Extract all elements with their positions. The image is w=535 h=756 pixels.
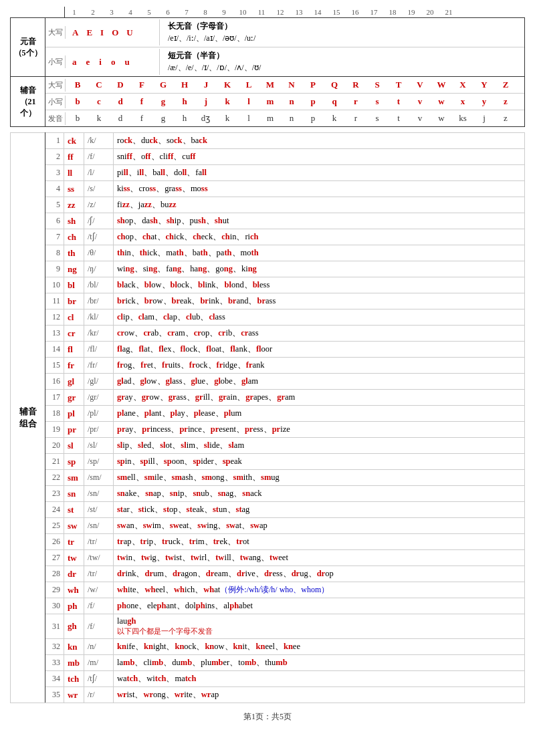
combo-row: 31gh/f/ laugh 以下四个都是一个字母不发音 bbox=[11, 614, 525, 639]
combo-row: 11br/br/brick、brow、break、brink、brand、bra… bbox=[11, 293, 525, 309]
combo-ipa: /sn/ bbox=[84, 486, 114, 502]
combo-ipa: /ʃ/ bbox=[84, 213, 114, 229]
combo-ipa: /tʃ/ bbox=[84, 671, 114, 687]
combo-ipa: /sn/ bbox=[84, 518, 114, 534]
combo-row: 9ng/ŋ/wing、sing、fang、hang、gong、king bbox=[11, 261, 525, 277]
combo-words: knife、knight、knock、know、knit、kneel、knee bbox=[114, 639, 525, 655]
combo-row: 5zz/z/fizz、jazz、buzz bbox=[11, 197, 525, 213]
combo-number: 24 bbox=[45, 502, 64, 518]
wh-exception: （例外:/wh/读/h/ who、whom） bbox=[220, 585, 329, 594]
combo-ipa: /w/ bbox=[84, 582, 114, 598]
combo-letters: sl bbox=[64, 438, 84, 454]
combo-number: 26 bbox=[45, 534, 64, 550]
combo-words: frog、fret、fruits、frock、fridge、frank bbox=[114, 358, 525, 374]
combo-row: 8th/θ/thin、thick、math、bath、path、moth bbox=[11, 245, 525, 261]
vowel-lc-e: e bbox=[86, 57, 90, 68]
combo-ipa: /f/ bbox=[84, 614, 114, 639]
combo-words: fizz、jazz、buzz bbox=[114, 197, 525, 213]
combo-row: 17gr/gr/gray、grow、grass、grill、grain、grap… bbox=[11, 390, 525, 406]
combo-words: plane、plant、play、please、plum bbox=[114, 406, 525, 422]
combo-ipa: /θ/ bbox=[84, 245, 114, 261]
combo-row: 35wr/r/wrist、wrong、write、wrap bbox=[11, 687, 525, 703]
combo-letters: fr bbox=[64, 358, 84, 374]
combo-row: 33mb/m/lamb、climb、dumb、plumber、tomb、thum… bbox=[11, 655, 525, 671]
vowel-lc-i: i bbox=[99, 57, 102, 68]
combo-letters: dr bbox=[64, 566, 84, 582]
vowel-lc-a: a bbox=[72, 57, 77, 68]
combo-row: 25sw/sn/swan、swim、sweat、swing、swat、swap bbox=[11, 518, 525, 534]
combo-row: 4ss/s/kiss、cross、grass、moss bbox=[11, 181, 525, 197]
long-vowel-label: 长无音（字母音） bbox=[168, 21, 255, 32]
consonant-uppercase-sublabel: 大写 bbox=[45, 79, 66, 92]
combo-letters: tw bbox=[64, 550, 84, 566]
combo-words: phone、elephant、dolphins、alphabet bbox=[114, 598, 525, 614]
combo-ipa: /bl/ bbox=[84, 277, 114, 293]
vowel-lc-o: o bbox=[111, 57, 116, 68]
combo-number: 2 bbox=[45, 149, 64, 165]
combo-row: 15fr/fr/frog、fret、fruits、frock、fridge、fr… bbox=[11, 358, 525, 374]
combo-words: swan、swim、sweat、swing、swat、swap bbox=[114, 518, 525, 534]
combos-section-label: 辅音组合 bbox=[11, 133, 45, 703]
combo-row: 12cl/kl/clip、clam、clap、club、class bbox=[11, 309, 525, 326]
consonant-section: 辅音（21个） 大写 BCDFGHJKLMNPQRSTVWXYZ 小写 bcdf… bbox=[10, 77, 525, 127]
combo-words: kiss、cross、grass、moss bbox=[114, 181, 525, 197]
combo-ipa: /gl/ bbox=[84, 374, 114, 390]
combo-number: 8 bbox=[45, 245, 64, 261]
combo-letters: pr bbox=[64, 422, 84, 438]
vowel-uppercase-label: 大写 bbox=[45, 26, 66, 39]
combo-words: wrist、wrong、write、wrap bbox=[114, 687, 525, 703]
consonant-lowercase-letters: bcdfghjklmnpqrstvwxyz bbox=[66, 95, 518, 108]
vowel-letter-E: E bbox=[86, 27, 92, 38]
combo-number: 1 bbox=[45, 133, 64, 149]
combo-row: 21sp/sp/spin、spill、spoon、spider、speak bbox=[11, 454, 525, 470]
combo-row: 29wh/w/ white、wheel、which、what（例外:/wh/读/… bbox=[11, 582, 525, 598]
combo-letters: sw bbox=[64, 518, 84, 534]
combo-letters: mb bbox=[64, 655, 84, 671]
combo-row: 10bl/bl/black、blow、block、blink、blond、ble… bbox=[11, 277, 525, 293]
combo-words: trap、trip、truck、trim、trek、trot bbox=[114, 534, 525, 550]
combo-row: 22sm/sm/smell、smile、smash、smong、smith、sm… bbox=[11, 470, 525, 486]
combo-number: 9 bbox=[45, 261, 64, 277]
combo-ipa: /sm/ bbox=[84, 470, 114, 486]
vowel-lowercase-letters: a e i o u bbox=[66, 55, 159, 69]
combo-row: 6sh/ʃ/shop、dash、ship、push、shut bbox=[11, 213, 525, 229]
combo-letters: gr bbox=[64, 390, 84, 406]
page-footer: 第1页：共5页 bbox=[10, 711, 525, 723]
vowel-letter-O: O bbox=[112, 27, 118, 38]
combo-number: 27 bbox=[45, 550, 64, 566]
combo-letters: sh bbox=[64, 213, 84, 229]
combo-number: 3 bbox=[45, 165, 64, 181]
combo-number: 21 bbox=[45, 454, 64, 470]
vowel-rows: 大写 A E I O U 长无音（字母音） /eɪ/、/iː/、/aɪ/、/əʊ… bbox=[45, 18, 524, 76]
combo-words: brick、brow、break、brink、brand、brass bbox=[114, 293, 525, 309]
combo-row: 27tw/tw/twin、twig、twist、twirl、twill、twan… bbox=[11, 550, 525, 566]
combo-letters: st bbox=[64, 502, 84, 518]
vowel-uppercase-letters: A E I O U bbox=[66, 26, 159, 39]
combo-number: 30 bbox=[45, 598, 64, 614]
vowel-uppercase-row: 大写 A E I O U 长无音（字母音） /eɪ/、/iː/、/aɪ/、/əʊ… bbox=[45, 18, 524, 47]
consonant-lowercase-sublabel: 小写 bbox=[45, 96, 66, 108]
vowel-letter-I: I bbox=[100, 27, 104, 38]
combo-number: 4 bbox=[45, 181, 64, 197]
combo-ipa: /l/ bbox=[84, 165, 114, 181]
consonant-pronunciation-letters: bkdfghdʒklmnpkrstvwksjz bbox=[66, 112, 518, 125]
combo-letters: pl bbox=[64, 406, 84, 422]
combo-letters: ng bbox=[64, 261, 84, 277]
combo-ipa: /pr/ bbox=[84, 422, 114, 438]
combo-row: 28dr/tr/drink、drum、dragon、dream、drive、dr… bbox=[11, 566, 525, 582]
combo-row: 7ch/tʃ/chop、chat、chick、check、chin、rich bbox=[11, 229, 525, 245]
combo-letters: gl bbox=[64, 374, 84, 390]
combo-ipa: /fr/ bbox=[84, 358, 114, 374]
vowel-lc-u: u bbox=[124, 57, 129, 68]
combo-words: shop、dash、ship、push、shut bbox=[114, 213, 525, 229]
combo-words: smell、smile、smash、smong、smith、smug bbox=[114, 470, 525, 486]
combo-words: watch、witch、match bbox=[114, 671, 525, 687]
combo-words: rock、duck、sock、back bbox=[114, 133, 525, 149]
vowel-letter-U: U bbox=[126, 27, 132, 38]
combo-words: pill、ill、ball、doll、fall bbox=[114, 165, 525, 181]
combo-ipa: /kl/ bbox=[84, 309, 114, 326]
vowel-letter-A: A bbox=[72, 27, 78, 38]
combo-number: 28 bbox=[45, 566, 64, 582]
combo-row: 24st/st/star、stick、stop、steak、stun、stag bbox=[11, 502, 525, 518]
combo-ipa: /sp/ bbox=[84, 454, 114, 470]
